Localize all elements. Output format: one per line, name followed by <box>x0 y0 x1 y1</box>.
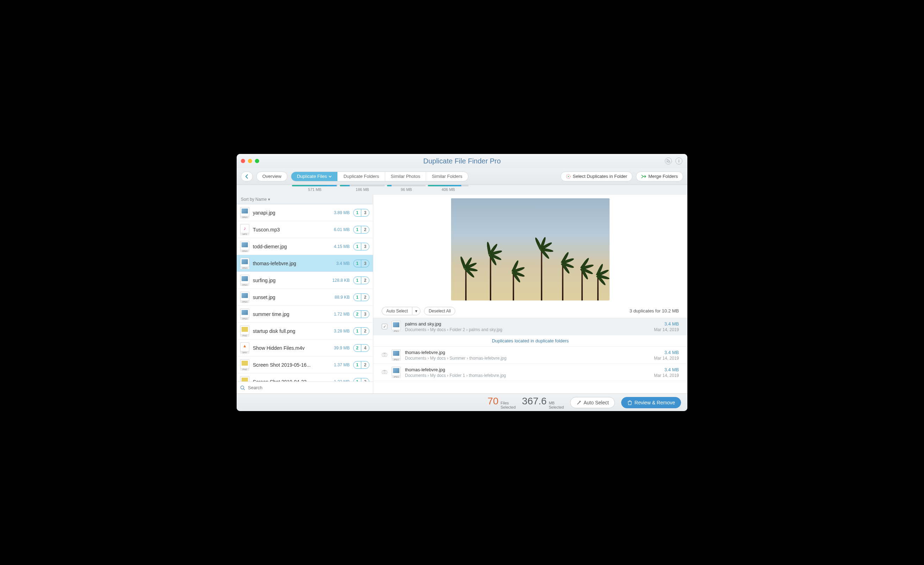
tab-similar-photos[interactable]: Similar Photos <box>385 172 426 181</box>
trash-icon <box>627 400 632 405</box>
select-duplicates-in-folder-button[interactable]: Select Duplicates in Folder <box>561 171 633 182</box>
file-item[interactable]: surfing.jpg128.8 KB12 <box>237 272 373 289</box>
merge-icon <box>641 174 646 179</box>
chevron-down-icon <box>328 176 332 177</box>
review-remove-button[interactable]: Review & Remove <box>621 397 681 408</box>
file-name: Show Hidden Files.m4v <box>253 345 325 351</box>
duplicate-checkbox[interactable] <box>382 324 387 329</box>
file-name: thomas-lefebvre.jpg <box>253 261 325 266</box>
tab-duplicate-files[interactable]: Duplicate Files <box>291 172 338 181</box>
duplicate-count-badge: 24 <box>353 344 369 352</box>
duplicate-item[interactable]: palms and sky.jpgDocuments › My docs › F… <box>373 318 687 335</box>
toolbar: Overview Duplicate FilesDuplicate Folder… <box>237 168 687 185</box>
file-type-icon <box>240 292 249 303</box>
svg-rect-7 <box>382 371 387 374</box>
file-size: 3.89 MB <box>328 210 350 215</box>
select-duplicates-label: Select Duplicates in Folder <box>573 174 627 179</box>
svg-rect-9 <box>384 370 386 371</box>
tab-duplicate-folders[interactable]: Duplicate Folders <box>338 172 385 181</box>
svg-line-3 <box>244 389 245 390</box>
titlebar-actions: i <box>665 158 682 164</box>
file-size: 88.9 KB <box>328 295 350 300</box>
rss-icon[interactable] <box>665 158 672 164</box>
duplicate-name: thomas-lefebvre.jpg <box>405 367 650 372</box>
tab-progress: 96 MB <box>386 185 427 192</box>
svg-rect-4 <box>382 353 387 356</box>
duplicate-name: thomas-lefebvre.jpg <box>405 350 650 355</box>
file-item[interactable]: Screen Shot 2019-04-23...1.22 MB12 <box>237 373 373 382</box>
file-list[interactable]: yanapi.jpg3.89 MB13Tuscon.mp36.01 MB12to… <box>237 204 373 382</box>
mb-selected-stat: 367.6 MBSelected <box>522 395 564 409</box>
target-icon <box>566 174 571 179</box>
file-type-icon <box>240 207 249 218</box>
file-item[interactable]: Screen Shot 2019-05-16...1.37 MB12 <box>237 356 373 373</box>
tab-size-label: 96 MB <box>401 187 412 192</box>
duplicate-item[interactable]: thomas-lefebvre.jpgDocuments › My docs ›… <box>373 364 687 381</box>
duplicate-count-badge: 12 <box>353 378 369 382</box>
duplicate-name: palms and sky.jpg <box>405 321 650 326</box>
titlebar: Duplicate File Finder Pro i <box>237 154 687 168</box>
deselect-all-button[interactable]: Deselect All <box>424 307 455 315</box>
detail-controls: Auto Select ▾ Deselect All 3 duplicates … <box>373 304 687 318</box>
duplicate-size: 3.4 MB <box>654 321 679 326</box>
camera-icon <box>382 352 387 358</box>
file-size: 6.01 MB <box>328 227 350 232</box>
content: Sort by Name ▾ yanapi.jpg3.89 MB13Tuscon… <box>237 195 687 394</box>
files-selected-count: 70 <box>488 395 498 407</box>
file-item[interactable]: Show Hidden Files.m4v39.9 MB24 <box>237 340 373 356</box>
merge-folders-button[interactable]: Merge Folders <box>636 171 683 182</box>
file-type-icon <box>240 275 249 286</box>
tab-progress: 571 MB <box>291 185 339 192</box>
file-size: 3.28 MB <box>328 329 350 334</box>
file-item[interactable]: todd-diemer.jpg4.15 MB13 <box>237 238 373 255</box>
file-item[interactable]: startup disk full.png3.28 MB12 <box>237 323 373 340</box>
file-item[interactable]: sunset.jpg88.9 KB12 <box>237 289 373 306</box>
file-type-icon <box>392 349 401 361</box>
wand-icon <box>576 400 581 405</box>
file-item[interactable]: Tuscon.mp36.01 MB12 <box>237 221 373 238</box>
footer-auto-select-button[interactable]: Auto Select <box>570 397 615 408</box>
overview-button[interactable]: Overview <box>256 171 287 182</box>
tab-similar-folders[interactable]: Similar Folders <box>426 172 468 181</box>
file-size: 4.15 MB <box>328 244 350 249</box>
app-window: Duplicate File Finder Pro i Overview Dup… <box>237 154 687 411</box>
svg-point-2 <box>241 386 244 389</box>
footer-auto-select-label: Auto Select <box>584 400 609 406</box>
duplicates-summary: 3 duplicates for 10.2 MB <box>630 308 679 314</box>
category-tabs: Duplicate FilesDuplicate FoldersSimilar … <box>291 171 468 182</box>
file-item[interactable]: thomas-lefebvre.jpg3.4 MB13 <box>237 255 373 272</box>
file-name: sunset.jpg <box>253 295 325 300</box>
duplicate-folders-banner: Duplicates located in duplicate folders <box>373 335 687 347</box>
auto-select-split: Auto Select ▾ <box>382 307 420 315</box>
back-button[interactable] <box>241 171 253 182</box>
info-icon[interactable]: i <box>675 158 682 164</box>
tab-size-label: 571 MB <box>308 187 321 192</box>
file-name: todd-diemer.jpg <box>253 244 325 249</box>
file-name: Screen Shot 2019-04-23... <box>253 379 325 382</box>
file-item[interactable]: yanapi.jpg3.89 MB13 <box>237 204 373 221</box>
camera-icon <box>382 369 387 376</box>
auto-select-button[interactable]: Auto Select <box>382 307 412 315</box>
file-type-icon <box>240 326 249 337</box>
tab-size-label: 186 MB <box>356 187 369 192</box>
sidebar: Sort by Name ▾ yanapi.jpg3.89 MB13Tuscon… <box>237 195 373 394</box>
search-icon <box>240 385 245 390</box>
app-title: Duplicate File Finder Pro <box>237 157 687 165</box>
file-type-icon <box>240 258 249 269</box>
file-type-icon <box>240 376 249 382</box>
duplicate-count-badge: 12 <box>353 327 369 335</box>
file-type-icon <box>240 359 249 371</box>
file-type-icon <box>240 241 249 252</box>
duplicate-count-badge: 23 <box>353 310 369 318</box>
footer: 70 FilesSelected 367.6 MBSelected Auto S… <box>237 394 687 411</box>
search-input[interactable] <box>248 385 369 390</box>
duplicate-item[interactable]: thomas-lefebvre.jpgDocuments › My docs ›… <box>373 347 687 364</box>
duplicate-count-badge: 13 <box>353 243 369 251</box>
duplicate-size: 3.4 MB <box>654 367 679 372</box>
file-name: startup disk full.png <box>253 328 325 334</box>
file-item[interactable]: summer time.jpg1.72 MB23 <box>237 306 373 323</box>
auto-select-menu-button[interactable]: ▾ <box>412 307 420 315</box>
file-name: yanapi.jpg <box>253 210 325 216</box>
file-name: surfing.jpg <box>253 278 325 283</box>
sort-button[interactable]: Sort by Name ▾ <box>237 195 373 204</box>
